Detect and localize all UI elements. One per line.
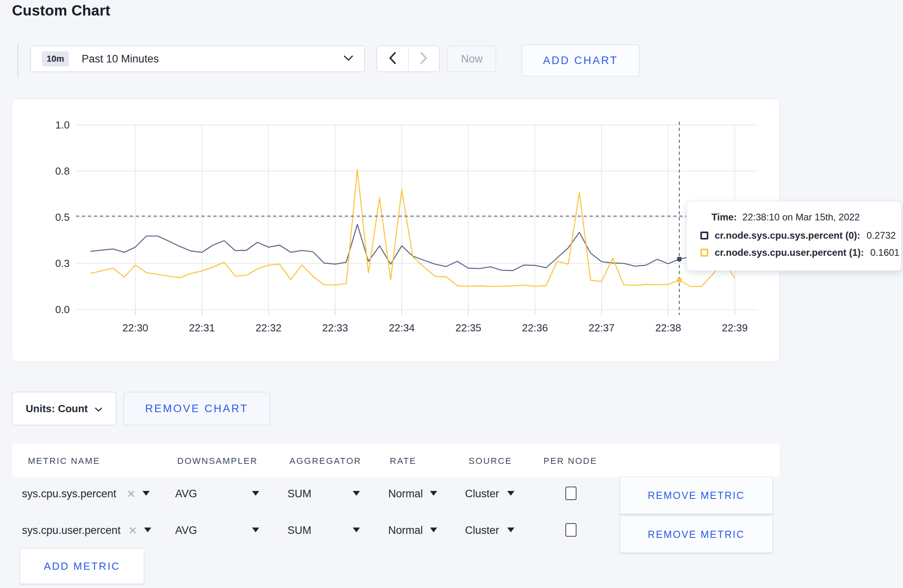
- y-tick-label: 0.8: [55, 165, 70, 177]
- remove-metric-x-icon[interactable]: ✕: [128, 524, 137, 537]
- source-value[interactable]: Cluster: [465, 488, 499, 500]
- rate-dropdown-caret[interactable]: [430, 491, 437, 496]
- col-header-per-node: PER NODE: [543, 456, 597, 466]
- col-header-aggregator: AGGREGATOR: [289, 456, 362, 466]
- remove-chart-button[interactable]: REMOVE CHART: [123, 392, 270, 425]
- remove-metric-x-icon[interactable]: ✕: [127, 488, 136, 500]
- x-tick-label: 22:31: [189, 322, 215, 334]
- tooltip-series-value: 0.1601: [870, 247, 899, 258]
- x-tick-label: 22:36: [522, 322, 548, 334]
- x-tick-label: 22:38: [655, 322, 681, 334]
- metric-name-dropdown-caret[interactable]: [143, 491, 150, 496]
- x-tick-label: 22:37: [588, 322, 614, 334]
- time-range-label: Past 10 Minutes: [82, 53, 159, 65]
- toolbar-divider: [18, 45, 18, 78]
- chart-tooltip: Time:22:38:10 on Mar 15th, 2022 cr.node.…: [686, 201, 901, 271]
- time-range-selector[interactable]: 10m Past 10 Minutes: [30, 46, 365, 72]
- rate-value[interactable]: Normal: [388, 524, 423, 537]
- x-tick-label: 22:34: [389, 322, 414, 334]
- tooltip-series-name: cr.node.sys.cpu.user.percent (1):: [715, 247, 864, 258]
- x-tick-label: 22:33: [322, 322, 348, 334]
- rate-dropdown-caret[interactable]: [430, 528, 437, 532]
- rate-value[interactable]: Normal: [388, 488, 423, 500]
- x-tick-label: 22:35: [455, 322, 481, 334]
- chart-card: 0.00.30.50.81.022:3022:3122:3222:3322:34…: [12, 99, 780, 362]
- series-user-swatch-icon: [700, 249, 708, 257]
- chevron-right-icon: [420, 52, 428, 66]
- add-chart-button[interactable]: ADD CHART: [522, 45, 639, 76]
- chevron-left-icon: [389, 52, 397, 66]
- source-value[interactable]: Cluster: [465, 524, 499, 537]
- downsampler-dropdown-caret[interactable]: [252, 528, 259, 532]
- remove-metric-button[interactable]: REMOVE METRIC: [620, 477, 773, 514]
- aggregator-dropdown-caret[interactable]: [353, 491, 360, 496]
- x-tick-label: 22:30: [122, 322, 148, 334]
- cpu-timeseries-chart[interactable]: 0.00.30.50.81.022:3022:3122:3222:3322:34…: [12, 99, 780, 362]
- aggregator-dropdown-caret[interactable]: [353, 528, 360, 532]
- y-tick-label: 0.3: [55, 257, 70, 269]
- metric-name-dropdown-caret[interactable]: [144, 528, 151, 532]
- source-dropdown-caret[interactable]: [507, 528, 514, 532]
- tooltip-time-row: Time:22:38:10 on Mar 15th, 2022: [711, 212, 889, 223]
- metric-name-value[interactable]: sys.cpu.sys.percent: [22, 488, 116, 500]
- prev-range-button[interactable]: [377, 46, 408, 72]
- tooltip-series-name: cr.node.sys.cpu.sys.percent (0):: [715, 230, 860, 241]
- hover-point-dot: [677, 257, 682, 261]
- custom-chart-page: Custom Chart 10m Past 10 Minutes Now ADD…: [0, 0, 903, 588]
- downsampler-dropdown-caret[interactable]: [252, 491, 259, 496]
- per-node-checkbox[interactable]: [565, 523, 577, 537]
- series-line-1: [91, 169, 735, 286]
- downsampler-value[interactable]: AVG: [175, 488, 197, 500]
- tooltip-time-label: Time:: [711, 212, 737, 222]
- add-metric-button[interactable]: ADD METRIC: [20, 548, 144, 584]
- tooltip-time-value: 22:38:10 on Mar 15th, 2022: [743, 212, 860, 222]
- tooltip-series-row: cr.node.sys.cpu.sys.percent (0): 0.2732: [700, 230, 889, 241]
- col-header-metric-name: METRIC NAME: [28, 456, 100, 466]
- chevron-down-icon: [95, 403, 102, 415]
- next-range-button[interactable]: [408, 46, 440, 72]
- tooltip-series-value: 0.2732: [866, 230, 895, 241]
- aggregator-value[interactable]: SUM: [287, 488, 311, 500]
- metric-name-value[interactable]: sys.cpu.user.percent: [22, 524, 121, 537]
- x-tick-label: 22:32: [256, 322, 281, 334]
- chevron-down-icon: [344, 55, 353, 63]
- tooltip-series-row: cr.node.sys.cpu.user.percent (1): 0.1601: [700, 247, 889, 258]
- y-tick-label: 0.0: [55, 304, 70, 315]
- time-range-badge: 10m: [42, 51, 69, 66]
- remove-metric-button[interactable]: REMOVE METRIC: [620, 516, 773, 553]
- aggregator-value[interactable]: SUM: [287, 524, 311, 537]
- now-button[interactable]: Now: [448, 46, 496, 72]
- y-tick-label: 1.0: [55, 119, 70, 131]
- source-dropdown-caret[interactable]: [507, 491, 514, 496]
- units-selector[interactable]: Units: Count: [12, 392, 116, 425]
- y-tick-label: 0.5: [55, 211, 70, 223]
- time-nav-group: [377, 46, 440, 72]
- col-header-downsampler: DOWNSAMPLER: [177, 456, 258, 466]
- x-tick-label: 22:39: [722, 322, 748, 334]
- col-header-source: SOURCE: [469, 456, 512, 466]
- units-label: Units: Count: [26, 403, 88, 415]
- col-header-rate: RATE: [390, 456, 416, 466]
- hover-point-dot: [677, 278, 682, 282]
- page-title: Custom Chart: [12, 2, 110, 19]
- series-sys-swatch-icon: [700, 232, 708, 239]
- downsampler-value[interactable]: AVG: [175, 524, 197, 537]
- per-node-checkbox[interactable]: [565, 487, 577, 500]
